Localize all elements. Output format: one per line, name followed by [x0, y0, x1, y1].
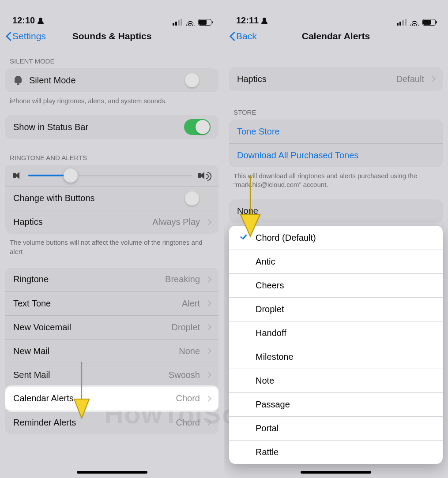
speaker-high-icon: [198, 171, 211, 180]
status-time: 12:11: [236, 15, 259, 26]
chevron-right-icon: [205, 348, 211, 354]
battery-icon: [422, 19, 436, 26]
annotation-arrow: [71, 362, 93, 419]
row-reminder-alerts[interactable]: Reminder AlertsChord: [5, 411, 218, 434]
tone-passage[interactable]: Passage: [229, 392, 443, 416]
back-button[interactable]: Settings: [5, 31, 46, 41]
row-sent-mail[interactable]: Sent MailSwoosh: [5, 363, 218, 387]
chevron-right-icon: [205, 396, 211, 402]
home-indicator[interactable]: [301, 471, 371, 474]
row-calendar-alerts[interactable]: Calendar AlertsChord: [5, 387, 218, 411]
sound-value: Droplet: [172, 322, 200, 332]
tone-store-label: Tone Store: [237, 127, 435, 137]
statusbar-toggle[interactable]: [184, 119, 211, 135]
tone-cheers[interactable]: Cheers: [229, 273, 443, 297]
row-new-mail[interactable]: New MailNone: [5, 339, 218, 363]
sound-value: Chord: [176, 393, 200, 403]
sound-label: Reminder Alerts: [13, 418, 170, 428]
tone-label: Portal: [256, 423, 435, 433]
tone-label: Note: [256, 376, 435, 386]
speaker-low-icon: [13, 171, 22, 180]
cellular-icon: [173, 19, 182, 26]
chevron-right-icon: [205, 372, 211, 378]
back-label: Settings: [12, 31, 46, 41]
row-haptics[interactable]: Haptics Always Play: [5, 210, 218, 234]
row-tone-store[interactable]: Tone Store: [229, 120, 443, 143]
tone-label: Cheers: [256, 280, 435, 291]
silent-footer: iPhone will play ringtones, alerts, and …: [0, 92, 224, 105]
download-all-label: Download All Purchased Tones: [237, 150, 435, 161]
tone-label: Milestone: [256, 352, 435, 362]
back-button[interactable]: Back: [229, 31, 257, 41]
statusbar-label: Show in Status Bar: [13, 122, 178, 132]
chevron-right-icon: [205, 300, 211, 306]
sound-label: Text Tone: [13, 299, 176, 309]
sound-value: Breaking: [165, 274, 200, 284]
sound-value: Alert: [182, 299, 200, 309]
tone-handoff[interactable]: Handoff: [229, 321, 443, 345]
person-icon: [261, 18, 267, 24]
row-new-voicemail[interactable]: New VoicemailDroplet: [5, 315, 218, 339]
sound-value: None: [179, 346, 200, 356]
sound-label: Ringtone: [13, 274, 159, 284]
status-bar: 12:10: [0, 0, 224, 26]
status-time: 12:10: [12, 15, 35, 26]
wifi-icon: [186, 19, 195, 26]
screen-calendar-alerts: 12:11 Back Calendar Alerts Haptics Defau…: [224, 0, 448, 478]
annotation-arrow: [238, 176, 263, 237]
chevron-right-icon: [205, 219, 211, 225]
haptics-label: Haptics: [13, 217, 146, 227]
sound-label: New Voicemail: [13, 322, 166, 332]
row-haptics[interactable]: Haptics Default: [229, 67, 443, 91]
section-header-silent: SILENT MODE: [0, 49, 224, 68]
row-show-in-status-bar[interactable]: Show in Status Bar: [5, 115, 218, 139]
battery-icon: [198, 19, 211, 26]
nav-bar: Settings Sounds & Haptics: [0, 26, 224, 47]
sound-label: New Mail: [13, 346, 173, 356]
haptics-value: Default: [396, 74, 424, 84]
chevron-right-icon: [205, 276, 211, 283]
none-label: None: [237, 206, 435, 216]
home-indicator[interactable]: [77, 471, 147, 474]
silent-mode-label: Silent Mode: [29, 75, 178, 86]
row-download-all[interactable]: Download All Purchased Tones: [229, 143, 443, 167]
tone-label: Passage: [256, 400, 435, 410]
volume-slider[interactable]: [28, 175, 192, 176]
tone-label: Rattle: [256, 447, 435, 457]
tone-rattle[interactable]: Rattle: [229, 440, 443, 464]
row-change-with-buttons[interactable]: Change with Buttons: [5, 186, 218, 210]
nav-bar: Back Calendar Alerts: [224, 26, 448, 47]
person-icon: [38, 18, 44, 24]
row-ringtone[interactable]: RingtoneBreaking: [5, 268, 218, 291]
row-text-tone[interactable]: Text ToneAlert: [5, 291, 218, 315]
row-volume-slider[interactable]: [5, 165, 218, 186]
page-title: Calendar Alerts: [224, 31, 448, 41]
bell-icon: [13, 75, 23, 85]
cellular-icon: [397, 19, 407, 26]
section-header-store: STORE: [224, 91, 448, 120]
chevron-right-icon: [205, 324, 211, 330]
row-silent-mode[interactable]: Silent Mode: [5, 68, 218, 92]
chevron-right-icon: [205, 419, 211, 426]
change-buttons-toggle[interactable]: [184, 190, 211, 206]
tone-list: Chord (Default)AnticCheersDropletHandoff…: [229, 226, 443, 464]
tone-label: Handoff: [256, 328, 435, 338]
haptics-label: Haptics: [237, 74, 390, 84]
silent-mode-toggle[interactable]: [184, 72, 211, 88]
section-header-ringtone: RINGTONE AND ALERTS: [0, 139, 224, 165]
tone-droplet[interactable]: Droplet: [229, 297, 443, 321]
tone-label: Antic: [256, 257, 435, 267]
tone-note[interactable]: Note: [229, 369, 443, 392]
tone-label: Chord (Default): [256, 233, 435, 243]
chevron-left-icon: [5, 31, 11, 41]
tone-milestone[interactable]: Milestone: [229, 345, 443, 369]
tone-label: Droplet: [256, 304, 435, 314]
sound-value: Chord: [176, 418, 200, 428]
change-buttons-label: Change with Buttons: [13, 193, 178, 203]
sound-value: Swoosh: [169, 370, 200, 380]
wifi-icon: [410, 19, 419, 26]
tone-portal[interactable]: Portal: [229, 416, 443, 440]
status-bar: 12:11: [224, 0, 448, 26]
tone-antic[interactable]: Antic: [229, 250, 443, 273]
chevron-right-icon: [429, 76, 436, 82]
